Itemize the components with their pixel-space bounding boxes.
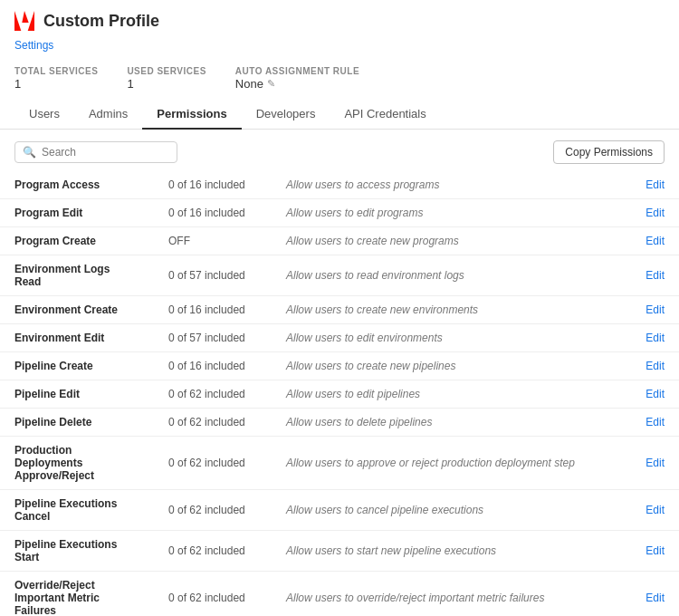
stats-row: TOTAL SERVICES 1 USED SERVICES 1 AUTO AS…: [0, 59, 679, 96]
permission-name: Program Access: [0, 171, 154, 199]
tab-permissions[interactable]: Permissions: [142, 100, 241, 130]
permission-count: 0 of 62 included: [154, 409, 272, 437]
permission-count: 0 of 16 included: [154, 199, 272, 227]
used-services-stat: USED SERVICES 1: [127, 66, 206, 91]
permission-edit-link[interactable]: Edit: [631, 227, 679, 255]
auto-assignment-value-row: None ✎: [235, 76, 359, 91]
auto-assignment-edit-icon[interactable]: ✎: [267, 78, 275, 90]
permission-count: 0 of 62 included: [154, 531, 272, 572]
permission-description: Allow users to access programs: [272, 171, 631, 199]
permission-edit-link[interactable]: Edit: [631, 255, 679, 296]
search-box[interactable]: 🔍: [14, 141, 177, 163]
tab-admins[interactable]: Admins: [74, 100, 142, 130]
table-row: Pipeline Delete 0 of 62 included Allow u…: [0, 409, 679, 437]
toolbar: 🔍 Copy Permissions: [0, 130, 679, 171]
permission-name: Program Create: [0, 227, 154, 255]
total-services-value: 1: [14, 77, 98, 91]
permission-name: Override/Reject Important Metric Failure…: [0, 572, 154, 617]
auto-assignment-stat: AUTO ASSIGNMENT RULE None ✎: [235, 66, 359, 91]
table-row: Override/Reject Important Metric Failure…: [0, 572, 679, 617]
permission-name: Program Edit: [0, 199, 154, 227]
svg-marker-1: [28, 11, 34, 31]
permission-description: Allow users to start new pipeline execut…: [272, 531, 631, 572]
copy-permissions-button[interactable]: Copy Permissions: [553, 140, 665, 164]
permission-name: Pipeline Edit: [0, 380, 154, 409]
permission-description: Allow users to edit pipelines: [272, 380, 631, 409]
permission-name: Pipeline Executions Cancel: [0, 490, 154, 531]
table-row: Program Edit 0 of 16 included Allow user…: [0, 199, 679, 227]
permission-count: 0 of 16 included: [154, 296, 272, 324]
table-row: Pipeline Executions Start 0 of 62 includ…: [0, 531, 679, 572]
permission-description: Allow users to create new programs: [272, 227, 631, 255]
permission-edit-link[interactable]: Edit: [631, 324, 679, 352]
permission-count: 0 of 62 included: [154, 380, 272, 409]
permission-description: Allow users to edit environments: [272, 324, 631, 352]
used-services-value: 1: [127, 77, 206, 91]
svg-marker-0: [14, 11, 21, 31]
table-row: Environment Create 0 of 16 included Allo…: [0, 296, 679, 324]
svg-marker-2: [22, 11, 28, 23]
adobe-logo-icon: [14, 11, 34, 31]
page-header: Custom Profile: [0, 0, 679, 36]
total-services-stat: TOTAL SERVICES 1: [14, 66, 98, 91]
table-row: Program Create OFF Allow users to create…: [0, 227, 679, 255]
permission-count: 0 of 57 included: [154, 324, 272, 352]
permissions-table: Program Access 0 of 16 included Allow us…: [0, 171, 679, 616]
search-input[interactable]: [42, 146, 169, 159]
auto-assignment-label: AUTO ASSIGNMENT RULE: [235, 66, 359, 76]
permission-name: Environment Logs Read: [0, 255, 154, 296]
permission-name: Pipeline Delete: [0, 409, 154, 437]
permission-name: Environment Edit: [0, 324, 154, 352]
permission-edit-link[interactable]: Edit: [631, 531, 679, 572]
table-row: Environment Logs Read 0 of 57 included A…: [0, 255, 679, 296]
tabs-bar: Users Admins Permissions Developers API …: [0, 100, 679, 130]
permission-edit-link[interactable]: Edit: [631, 490, 679, 531]
permission-edit-link[interactable]: Edit: [631, 572, 679, 617]
search-icon: 🔍: [23, 146, 36, 159]
breadcrumb: Settings: [0, 36, 679, 59]
permission-count: OFF: [154, 227, 272, 255]
tab-users[interactable]: Users: [14, 100, 74, 130]
permission-edit-link[interactable]: Edit: [631, 352, 679, 380]
table-row: Environment Edit 0 of 57 included Allow …: [0, 324, 679, 352]
settings-link[interactable]: Settings: [14, 39, 53, 52]
permission-edit-link[interactable]: Edit: [631, 409, 679, 437]
permission-description: Allow users to create new environments: [272, 296, 631, 324]
permission-description: Allow users to approve or reject product…: [272, 437, 631, 490]
table-row: Production Deployments Approve/Reject 0 …: [0, 437, 679, 490]
table-row: Program Access 0 of 16 included Allow us…: [0, 171, 679, 199]
permission-edit-link[interactable]: Edit: [631, 171, 679, 199]
table-row: Pipeline Executions Cancel 0 of 62 inclu…: [0, 490, 679, 531]
permission-name: Environment Create: [0, 296, 154, 324]
table-row: Pipeline Edit 0 of 62 included Allow use…: [0, 380, 679, 409]
permission-edit-link[interactable]: Edit: [631, 199, 679, 227]
page-title: Custom Profile: [43, 12, 159, 31]
permission-count: 0 of 62 included: [154, 572, 272, 617]
tab-api-credentials[interactable]: API Credentials: [330, 100, 440, 130]
permission-name: Pipeline Create: [0, 352, 154, 380]
tab-developers[interactable]: Developers: [242, 100, 330, 130]
permission-edit-link[interactable]: Edit: [631, 437, 679, 490]
permission-description: Allow users to override/reject important…: [272, 572, 631, 617]
table-row: Pipeline Create 0 of 16 included Allow u…: [0, 352, 679, 380]
used-services-label: USED SERVICES: [127, 66, 206, 76]
permission-edit-link[interactable]: Edit: [631, 380, 679, 409]
permission-count: 0 of 57 included: [154, 255, 272, 296]
permission-name: Production Deployments Approve/Reject: [0, 437, 154, 490]
permission-name: Pipeline Executions Start: [0, 531, 154, 572]
permission-count: 0 of 16 included: [154, 171, 272, 199]
permission-description: Allow users to edit programs: [272, 199, 631, 227]
permission-description: Allow users to read environment logs: [272, 255, 631, 296]
total-services-label: TOTAL SERVICES: [14, 66, 98, 76]
permission-count: 0 of 62 included: [154, 490, 272, 531]
permission-count: 0 of 62 included: [154, 437, 272, 490]
permission-description: Allow users to delete pipelines: [272, 409, 631, 437]
permission-description: Allow users to create new pipelines: [272, 352, 631, 380]
permission-count: 0 of 16 included: [154, 352, 272, 380]
permission-description: Allow users to cancel pipeline execution…: [272, 490, 631, 531]
permission-edit-link[interactable]: Edit: [631, 296, 679, 324]
auto-assignment-value: None: [235, 77, 263, 91]
